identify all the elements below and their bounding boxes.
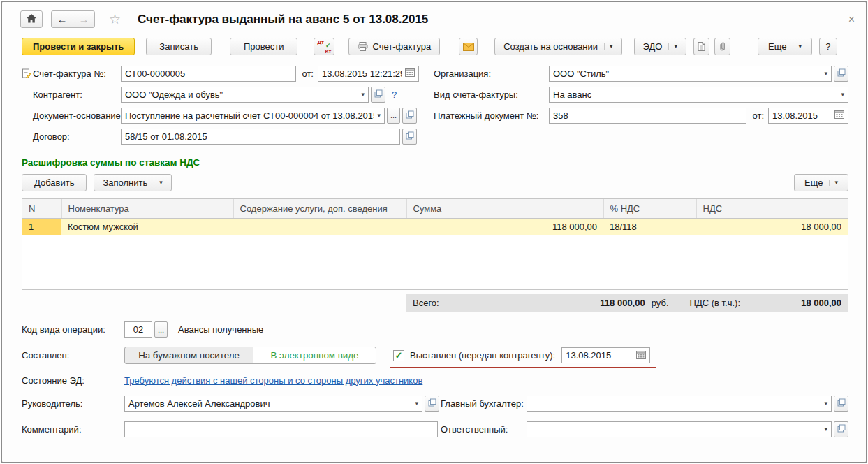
chief-accountant-field[interactable]: ▾ [527, 396, 832, 412]
save-button[interactable]: Записать [146, 38, 212, 55]
responsible-open-button[interactable] [834, 421, 848, 437]
ed-state-link[interactable]: Требуются действия с нашей стороны и со … [124, 375, 422, 386]
issued-checkbox[interactable]: ✓ [393, 350, 404, 361]
invoice-form-window: ← → ☆ Счет-фактура выданный на аванс 5 о… [1, 1, 867, 463]
titlebar: ← → ☆ Счет-фактура выданный на аванс 5 о… [2, 2, 866, 34]
open-icon [837, 424, 846, 435]
counterparty-open-button[interactable] [371, 87, 385, 103]
invoice-date-field[interactable]: 13.08.2015 12:21:29 [318, 66, 419, 82]
col-header-n: N [22, 199, 61, 218]
total-label: Всего: [413, 298, 439, 308]
col-header-vat-amount: НДС [696, 199, 848, 218]
calendar-icon[interactable] [636, 350, 646, 361]
back-button[interactable]: ← [51, 10, 73, 28]
fill-button[interactable]: Заполнить▾ [94, 174, 171, 191]
responsible-field[interactable]: ▾ [527, 421, 832, 437]
counterparty-help-link[interactable]: ? [392, 89, 397, 100]
issued-label: Выставлен (передан контрагенту): [410, 350, 555, 361]
cell-n[interactable]: 1 [22, 218, 61, 235]
cell-nomenclature[interactable]: Костюм мужской [61, 218, 233, 235]
operation-code-field[interactable]: 02 [124, 321, 152, 338]
add-row-button[interactable]: Добавить [22, 174, 87, 191]
base-document-field[interactable]: Поступление на расчетный счет СТ00-00000… [121, 108, 385, 124]
table-row[interactable]: 1 Костюм мужской 118 000,00 18/118 18 00… [22, 218, 848, 235]
manager-field[interactable]: Артемов Алексей Александрович ▾ [124, 396, 422, 412]
base-document-open-button[interactable] [402, 108, 417, 124]
more-button[interactable]: Еще▾ [758, 38, 812, 55]
payment-date-label: от: [752, 110, 764, 121]
comment-label: Комментарий: [22, 424, 124, 435]
back-arrow-icon: ← [57, 14, 68, 24]
payment-doc-field[interactable]: 358 [549, 108, 746, 124]
footer-fields: Код вида операции: 02 ... Авансы получен… [2, 312, 866, 438]
related-documents-button[interactable] [693, 38, 709, 55]
calendar-icon[interactable] [405, 68, 415, 79]
forward-button[interactable]: → [73, 10, 95, 28]
invoice-kind-field[interactable]: На аванс ▾ [549, 87, 848, 103]
window-title: Счет-фактура выданный на аванс 5 от 13.0… [138, 13, 428, 27]
col-header-amount: Сумма [406, 199, 603, 218]
help-button[interactable]: ? [819, 38, 837, 55]
contract-open-button[interactable] [402, 129, 417, 145]
comment-field[interactable] [124, 421, 438, 437]
contract-field[interactable]: 58/15 от 01.08.2015 [121, 129, 400, 145]
dropdown-arrow-icon[interactable]: ▾ [361, 92, 365, 98]
composed-label: Составлен: [22, 350, 124, 361]
open-icon [406, 110, 414, 121]
cell-vat-rate[interactable]: 18/118 [603, 218, 696, 235]
dropdown-arrow-icon[interactable]: ▾ [824, 71, 827, 77]
favorites-star-icon[interactable]: ☆ [109, 13, 121, 26]
operation-code-label: Код вида операции: [22, 324, 124, 335]
table-more-button[interactable]: Еще▾ [794, 174, 848, 191]
dropdown-arrow-icon[interactable]: ▾ [824, 400, 827, 407]
col-header-service-content: Содержание услуги, доп. сведения [233, 199, 406, 218]
table-header-row: N Номенклатура Содержание услуги, доп. с… [22, 199, 848, 218]
dropdown-arrow-icon[interactable]: ▾ [841, 92, 844, 98]
cell-vat-amount[interactable]: 18 000,00 [696, 218, 848, 235]
edo-button[interactable]: ЭДО▾ [634, 38, 686, 55]
cell-amount[interactable]: 118 000,00 [406, 218, 603, 235]
post-button[interactable]: Провести [230, 38, 298, 55]
dropdown-arrow-icon[interactable]: ▾ [377, 113, 381, 119]
cell-service-content[interactable] [233, 218, 406, 235]
col-header-nomenclature: Номенклатура [61, 199, 233, 218]
show-postings-button[interactable]: ДтКт✓ [314, 38, 334, 55]
invoice-kind-label: Вид счета-фактуры: [434, 89, 549, 100]
print-invoice-button[interactable]: Счет-фактура [348, 38, 440, 55]
home-button[interactable] [20, 10, 43, 28]
calendar-icon[interactable] [834, 110, 844, 121]
chevron-down-icon: ▾ [604, 43, 613, 50]
organization-open-button[interactable] [834, 66, 848, 82]
form-state-icon [22, 68, 33, 78]
chief-accountant-label: Главный бухгалтер: [441, 398, 527, 409]
issued-date-field[interactable]: 13.08.2015 [561, 347, 650, 363]
organization-field[interactable]: ООО "Стиль" ▾ [549, 66, 832, 82]
base-document-choose-button[interactable]: ... [387, 108, 400, 124]
create-based-on-button[interactable]: Создать на основании▾ [494, 38, 621, 55]
dropdown-arrow-icon[interactable]: ▾ [824, 426, 827, 433]
operation-code-description: Авансы полученные [178, 324, 263, 335]
chevron-down-icon: ▾ [829, 180, 838, 186]
header-fields: Счет-фактура №: СТ00-0000005 от: 13.08.2… [2, 64, 866, 145]
toolbar: Провести и закрыть Записать Провести ДтК… [2, 34, 866, 64]
open-icon [374, 89, 383, 100]
counterparty-field[interactable]: ООО "Одежда и обувь" ▾ [121, 87, 369, 103]
chief-accountant-open-button[interactable] [834, 396, 848, 412]
on-paper-toggle[interactable]: На бумажном носителе [124, 347, 253, 364]
invoice-date-label: от: [302, 68, 314, 79]
total-amount: 118 000,00 [439, 298, 645, 308]
vat-breakdown-table: N Номенклатура Содержание услуги, доп. с… [22, 198, 848, 290]
manager-open-button[interactable] [425, 396, 439, 412]
payment-date-field[interactable]: 13.08.2015 [768, 108, 848, 124]
attachments-button[interactable] [714, 38, 730, 55]
chevron-down-icon: ▾ [154, 180, 163, 186]
send-email-button[interactable] [459, 38, 478, 55]
totals-row: Всего: 118 000,00 руб. НДС (в т.ч.): 18 … [22, 294, 848, 312]
operation-code-choose-button[interactable]: ... [154, 321, 168, 338]
dropdown-arrow-icon[interactable]: ▾ [415, 400, 418, 407]
electronic-toggle[interactable]: В электронном виде [253, 347, 376, 364]
invoice-number-field[interactable]: СТ00-0000005 [121, 66, 296, 82]
close-icon[interactable]: × [848, 14, 855, 25]
post-and-close-button[interactable]: Провести и закрыть [22, 38, 135, 55]
dtkt-icon: ДтКт✓ [317, 41, 331, 53]
